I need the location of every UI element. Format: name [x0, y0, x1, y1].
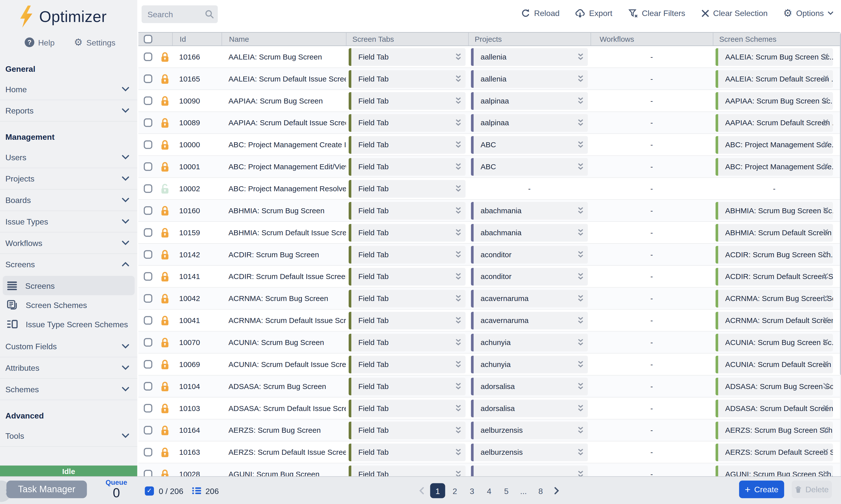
project-pill[interactable]: aalpinaa — [471, 114, 588, 131]
sidebar-item-reports[interactable]: Reports — [0, 100, 137, 122]
expand-options-icon[interactable] — [455, 427, 462, 434]
project-pill[interactable]: aallenia — [471, 48, 588, 66]
row-checkbox[interactable] — [144, 119, 152, 127]
expand-options-icon[interactable] — [455, 317, 462, 324]
expand-options-icon[interactable] — [455, 163, 462, 170]
project-pill[interactable]: adorsalisa — [471, 378, 588, 395]
row-checkbox[interactable] — [144, 250, 152, 259]
screen-scheme-pill[interactable]: ACUNIA: Scrum Bug Screen Sc... — [716, 334, 833, 351]
reload-button[interactable]: Reload — [521, 8, 560, 18]
expand-options-icon[interactable] — [455, 273, 462, 280]
expand-options-icon[interactable] — [822, 295, 829, 302]
row-checkbox[interactable] — [144, 404, 152, 413]
expand-options-icon[interactable] — [577, 449, 584, 456]
screen-scheme-pill[interactable]: ADSASA: Scrum Bug Screen Sc... — [716, 378, 833, 395]
expand-options-icon[interactable] — [822, 251, 829, 258]
sidebar-item-issue-types[interactable]: Issue Types — [0, 211, 137, 233]
screen-tabs-pill[interactable]: Field Tab — [349, 289, 466, 307]
column-header-screen-schemes[interactable]: Screen Schemes — [713, 33, 836, 46]
table-row[interactable]: 10000ABC: Project Management Create Issu… — [138, 134, 840, 156]
expand-options-icon[interactable] — [455, 360, 462, 368]
screen-tabs-pill[interactable]: Field Tab — [349, 202, 466, 219]
table-row[interactable]: 10141ACDIR: Scrum Default Issue ScreenFi… — [138, 266, 840, 288]
screen-tabs-pill[interactable]: Field Tab — [349, 70, 466, 88]
project-pill[interactable]: achunyia — [471, 334, 588, 351]
clear-selection-button[interactable]: Clear Selection — [701, 8, 768, 18]
expand-options-icon[interactable] — [577, 382, 584, 390]
expand-options-icon[interactable] — [822, 427, 829, 434]
sidebar-item-tools[interactable]: Tools — [0, 425, 137, 447]
table-row[interactable]: 10159ABHMIA: Scrum Default Issue ScreenF… — [138, 222, 840, 244]
pagination-page-1[interactable]: 1 — [430, 483, 445, 498]
sidebar-item-workflows[interactable]: Workflows — [0, 233, 137, 254]
expand-options-icon[interactable] — [577, 404, 584, 412]
expand-options-icon[interactable] — [577, 427, 584, 434]
expand-options-icon[interactable] — [822, 382, 829, 390]
expand-options-icon[interactable] — [577, 53, 584, 60]
row-checkbox[interactable] — [144, 316, 152, 324]
expand-options-icon[interactable] — [822, 317, 829, 324]
project-pill[interactable]: acavernaruma — [471, 311, 588, 329]
delete-button[interactable]: Delete — [792, 481, 832, 498]
sidebar-item-home[interactable]: Home — [0, 79, 137, 100]
project-pill[interactable]: abachmania — [471, 202, 588, 219]
table-row[interactable]: 10041ACRNMA: Scrum Default Issue ScreenF… — [138, 310, 840, 332]
project-pill[interactable]: aallenia — [471, 70, 588, 88]
expand-options-icon[interactable] — [455, 449, 462, 456]
expand-options-icon[interactable] — [822, 449, 829, 456]
row-checkbox[interactable] — [144, 360, 152, 368]
row-checkbox[interactable] — [144, 272, 152, 281]
row-checkbox[interactable] — [144, 294, 152, 303]
expand-options-icon[interactable] — [455, 404, 462, 412]
table-row[interactable]: 10103ADSASA: Scrum Default Issue ScreenF… — [138, 397, 840, 419]
screen-scheme-pill[interactable]: ADSASA: Scrum Default Screen ... — [716, 399, 833, 417]
expand-options-icon[interactable] — [577, 75, 584, 83]
task-manager-button[interactable]: Task Manager — [6, 481, 87, 498]
sidebar-item-users[interactable]: Users — [0, 147, 137, 168]
screen-tabs-pill[interactable]: Field Tab — [349, 48, 466, 66]
screen-scheme-pill[interactable]: ABHMIA: Scrum Default Screen ... — [716, 224, 833, 241]
column-header-name[interactable]: Name — [222, 33, 346, 46]
expand-options-icon[interactable] — [822, 53, 829, 60]
project-pill[interactable]: acavernaruma — [471, 289, 588, 307]
row-checkbox[interactable] — [144, 140, 152, 149]
project-pill[interactable]: adorsalisa — [471, 399, 588, 417]
expand-options-icon[interactable] — [455, 141, 462, 148]
screen-tabs-pill[interactable]: Field Tab — [349, 246, 466, 263]
table-row[interactable]: 10104ADSASA: Scrum Bug ScreenField Tabad… — [138, 376, 840, 397]
expand-options-icon[interactable] — [455, 75, 462, 83]
expand-options-icon[interactable] — [577, 295, 584, 302]
project-pill[interactable]: aalpinaa — [471, 92, 588, 110]
table-row[interactable]: 10069ACUNIA: Scrum Default Issue ScreenF… — [138, 354, 840, 376]
scrollbar-thumb[interactable] — [840, 33, 841, 376]
expand-options-icon[interactable] — [455, 382, 462, 390]
column-header-workflows[interactable]: Workflows — [590, 33, 713, 46]
sidebar-item-schemes[interactable]: Schemes — [0, 379, 137, 400]
vertical-scrollbar[interactable] — [840, 32, 841, 476]
expand-options-icon[interactable] — [577, 119, 584, 126]
help-button[interactable]: ? Help — [25, 37, 55, 47]
sidebar-item-boards[interactable]: Boards — [0, 190, 137, 211]
screen-scheme-pill[interactable]: ABC: Project Management Scre... — [716, 158, 833, 176]
screen-tabs-pill[interactable]: Field Tab — [349, 399, 466, 417]
expand-options-icon[interactable] — [822, 360, 829, 368]
project-pill[interactable]: aelburzensis — [471, 421, 588, 439]
expand-options-icon[interactable] — [577, 229, 584, 236]
expand-options-icon[interactable] — [455, 207, 462, 214]
screen-scheme-pill[interactable]: AERZS: Scrum Bug Screen Sch... — [716, 421, 833, 439]
selection-checkbox[interactable]: ✓ — [145, 486, 154, 495]
create-button[interactable]: + Create — [739, 481, 784, 498]
screen-tabs-pill[interactable]: Field Tab — [349, 378, 466, 395]
project-pill[interactable]: ABC — [471, 158, 588, 176]
row-checkbox[interactable] — [144, 228, 152, 237]
expand-options-icon[interactable] — [455, 229, 462, 236]
expand-options-icon[interactable] — [455, 339, 462, 346]
pagination-page-3[interactable]: 3 — [465, 483, 480, 498]
screen-scheme-pill[interactable]: AGUNI: Scrum Bug Screen Sch... — [716, 465, 833, 476]
screen-tabs-pill[interactable]: Field Tab — [349, 311, 466, 329]
project-pill[interactable]: aelburzensis — [471, 443, 588, 461]
row-checkbox[interactable] — [144, 162, 152, 171]
expand-options-icon[interactable] — [455, 470, 462, 476]
table-row[interactable]: 10002ABC: Project Management Resolve Iss… — [138, 178, 840, 200]
row-checkbox[interactable] — [144, 382, 152, 391]
